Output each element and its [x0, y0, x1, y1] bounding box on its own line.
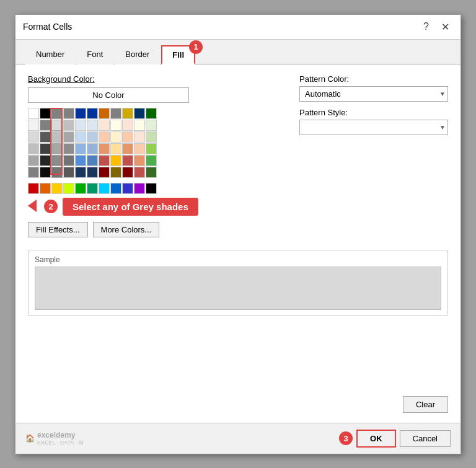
color-cell[interactable]	[40, 167, 51, 178]
no-color-button[interactable]: No Color	[28, 87, 189, 103]
color-cell[interactable]	[63, 108, 74, 119]
color-cell[interactable]	[40, 155, 51, 166]
dialog-title: Format Cells	[23, 22, 72, 32]
color-cell[interactable]	[28, 108, 39, 119]
accent-color-cell[interactable]	[63, 183, 74, 194]
color-cell[interactable]	[122, 131, 133, 143]
color-cell[interactable]	[63, 120, 74, 131]
color-cell[interactable]	[110, 131, 121, 143]
accent-color-cell[interactable]	[28, 183, 39, 194]
color-cell[interactable]	[28, 120, 39, 131]
annotation-area: 2 Select any of Grey shades	[28, 198, 281, 216]
color-cell[interactable]	[110, 108, 121, 119]
accent-color-cell[interactable]	[146, 183, 157, 194]
color-cell[interactable]	[134, 108, 145, 119]
color-cell[interactable]	[110, 155, 121, 166]
accent-color-cell[interactable]	[134, 183, 145, 194]
ok-button[interactable]: OK	[356, 430, 396, 448]
color-cell[interactable]	[146, 131, 157, 143]
color-cell[interactable]	[87, 155, 98, 166]
color-cell[interactable]	[99, 167, 110, 178]
color-cell[interactable]	[51, 120, 63, 131]
color-cell[interactable]	[28, 131, 39, 143]
annotation-banner: Select any of Grey shades	[63, 198, 198, 216]
color-cell[interactable]	[40, 120, 51, 131]
color-cell[interactable]	[51, 131, 63, 143]
color-cell[interactable]	[63, 143, 74, 154]
accent-color-cell[interactable]	[75, 183, 86, 194]
color-cell[interactable]	[28, 143, 39, 154]
color-cell[interactable]	[146, 155, 157, 166]
color-cell[interactable]	[40, 143, 51, 154]
tab-border[interactable]: Border	[115, 45, 160, 64]
color-cell[interactable]	[51, 143, 63, 154]
clear-button[interactable]: Clear	[403, 396, 448, 413]
color-cell[interactable]	[122, 108, 133, 119]
more-colors-button[interactable]: More Colors...	[93, 222, 160, 237]
color-cell[interactable]	[110, 120, 121, 131]
color-cell[interactable]	[87, 108, 98, 119]
color-cell[interactable]	[146, 120, 157, 131]
pattern-color-label: Pattern Color:	[299, 74, 448, 84]
color-cell[interactable]	[87, 167, 98, 178]
accent-color-cell[interactable]	[99, 183, 110, 194]
color-cell[interactable]	[134, 143, 145, 154]
color-cell[interactable]	[122, 167, 133, 178]
color-cell[interactable]	[63, 167, 74, 178]
color-cell[interactable]	[99, 120, 110, 131]
color-cell[interactable]	[110, 167, 121, 178]
pattern-color-select[interactable]: Automatic	[299, 86, 448, 102]
color-cell[interactable]	[99, 131, 110, 143]
color-cell[interactable]	[75, 131, 86, 143]
color-cell[interactable]	[122, 120, 133, 131]
dialog-content: Background Color: No Color	[15, 64, 461, 423]
color-cell[interactable]	[87, 143, 98, 154]
help-button[interactable]: ?	[420, 20, 433, 33]
color-cell[interactable]	[75, 143, 86, 154]
tab-font[interactable]: Font	[76, 45, 113, 64]
cancel-button[interactable]: Cancel	[400, 430, 451, 447]
pattern-style-select[interactable]	[299, 120, 448, 135]
color-cell[interactable]	[134, 131, 145, 143]
title-bar: Format Cells ? ✕	[15, 15, 461, 40]
color-cell[interactable]	[40, 131, 51, 143]
title-bar-controls: ? ✕	[420, 20, 453, 34]
color-cell[interactable]	[63, 131, 74, 143]
color-cell[interactable]	[99, 155, 110, 166]
color-cell[interactable]	[63, 155, 74, 166]
color-cell[interactable]	[134, 120, 145, 131]
color-cell[interactable]	[122, 155, 133, 166]
tab-fill[interactable]: Fill 1	[161, 45, 195, 64]
color-cell[interactable]	[99, 108, 110, 119]
accent-color-cell[interactable]	[40, 183, 51, 194]
color-grid-row	[28, 155, 281, 166]
color-cell[interactable]	[75, 167, 86, 178]
tab-number[interactable]: Number	[25, 45, 75, 64]
color-cell[interactable]	[146, 167, 157, 178]
color-cell[interactable]	[110, 143, 121, 154]
color-cell[interactable]	[134, 167, 145, 178]
color-cell[interactable]	[122, 143, 133, 154]
accent-color-cell[interactable]	[110, 183, 121, 194]
color-cell[interactable]	[146, 108, 157, 119]
color-cell[interactable]	[75, 108, 86, 119]
fill-effects-button[interactable]: Fill Effects...	[28, 222, 88, 237]
accent-color-cell[interactable]	[51, 183, 63, 194]
color-cell[interactable]	[51, 108, 63, 119]
watermark-text: exceldemy	[37, 431, 84, 439]
color-cell[interactable]	[28, 167, 39, 178]
color-cell[interactable]	[51, 167, 63, 178]
close-button[interactable]: ✕	[438, 20, 453, 34]
accent-color-cell[interactable]	[87, 183, 98, 194]
accent-color-cell[interactable]	[122, 183, 133, 194]
color-cell[interactable]	[28, 155, 39, 166]
color-cell[interactable]	[75, 120, 86, 131]
color-cell[interactable]	[40, 108, 51, 119]
color-cell[interactable]	[87, 131, 98, 143]
color-cell[interactable]	[51, 155, 63, 166]
color-cell[interactable]	[75, 155, 86, 166]
color-cell[interactable]	[134, 155, 145, 166]
color-cell[interactable]	[99, 143, 110, 154]
color-cell[interactable]	[87, 120, 98, 131]
color-cell[interactable]	[146, 143, 157, 154]
